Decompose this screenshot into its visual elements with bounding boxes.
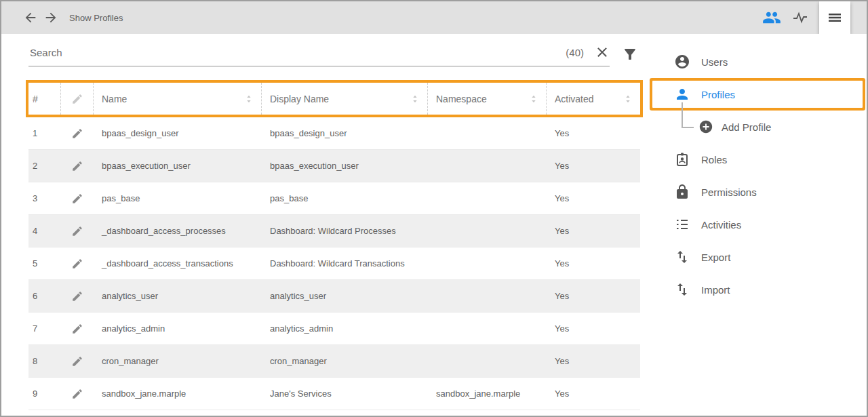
cell-activated: Yes xyxy=(547,182,640,214)
forward-button[interactable] xyxy=(42,9,60,26)
cell-display-name: Dashboard: Wildcard Processes xyxy=(262,215,428,247)
cell-activated: Yes xyxy=(547,247,640,279)
edit-icon xyxy=(71,258,83,270)
sort-icon[interactable] xyxy=(623,94,633,104)
clear-search-button[interactable] xyxy=(595,45,610,60)
edit-row-button[interactable] xyxy=(71,160,83,172)
cell-activated: Yes xyxy=(547,280,640,312)
cell-display-name: Dashboard: Wildcard Transactions xyxy=(262,247,428,279)
row-number: 7 xyxy=(28,313,61,344)
cell-activated: Yes xyxy=(547,215,640,247)
edit-icon xyxy=(71,193,83,205)
sidebar-item-export[interactable]: Export xyxy=(650,241,867,273)
table-row[interactable]: 7 analytics_admin analytics_admin Yes xyxy=(28,313,640,345)
cell-namespace xyxy=(428,117,547,149)
column-header-display-name[interactable]: Display Name xyxy=(262,83,428,115)
sort-icon[interactable] xyxy=(243,94,254,104)
users-group-button[interactable] xyxy=(762,8,781,27)
cell-name: pas_base xyxy=(94,182,262,214)
cell-display-name: analytics_admin xyxy=(262,313,428,344)
column-header-number: # xyxy=(28,83,61,115)
cell-name: _dashboard_access_transactions xyxy=(94,247,262,279)
row-edit-cell xyxy=(61,280,94,312)
edit-row-button[interactable] xyxy=(71,225,83,237)
table-row[interactable]: 5 _dashboard_access_transactions Dashboa… xyxy=(28,247,640,280)
cell-namespace xyxy=(428,182,547,214)
badge-icon xyxy=(674,151,690,167)
filter-button[interactable] xyxy=(622,46,638,62)
back-button[interactable] xyxy=(22,9,39,26)
row-number: 6 xyxy=(28,280,61,312)
table-row[interactable]: 4 _dashboard_access_processes Dashboard:… xyxy=(28,215,640,247)
cell-namespace xyxy=(428,313,547,344)
menu-button[interactable] xyxy=(819,1,850,34)
table-row[interactable]: 1 bpaas_design_user bpaas_design_user Ye… xyxy=(28,117,640,150)
cell-display-name: bpaas_design_user xyxy=(262,117,428,149)
cell-name: bpaas_execution_user xyxy=(94,150,262,182)
table-row[interactable]: 8 cron_manager cron_manager Yes xyxy=(28,345,640,378)
import-export-icon xyxy=(674,281,690,298)
sort-icon[interactable] xyxy=(410,94,420,104)
close-icon xyxy=(595,45,610,60)
sidebar-item-import[interactable]: Import xyxy=(650,273,867,306)
sidebar-item-add-profile[interactable]: Add Profile xyxy=(650,111,867,143)
sidebar-item-permissions[interactable]: Permissions xyxy=(650,176,867,208)
cell-name: _dashboard_access_processes xyxy=(94,215,262,247)
sidebar-item-users[interactable]: Users xyxy=(650,45,867,78)
add-circle-icon xyxy=(698,119,713,134)
cell-name: bpaas_design_user xyxy=(94,117,262,149)
cell-activated: Yes xyxy=(547,378,640,410)
row-edit-cell xyxy=(61,378,94,410)
edit-row-button[interactable] xyxy=(71,323,83,335)
cell-activated: Yes xyxy=(547,150,640,182)
cell-namespace xyxy=(428,150,547,182)
cell-namespace xyxy=(428,247,547,279)
sidebar-item-label: Users xyxy=(701,56,728,68)
cell-name: analytics_admin xyxy=(94,313,262,344)
sidebar-item-label: Permissions xyxy=(701,186,757,198)
cell-activated: Yes xyxy=(547,117,640,149)
app-window: Show Profiles xyxy=(0,0,868,417)
table-row[interactable]: 6 analytics_user analytics_user Yes xyxy=(28,280,640,313)
edit-row-button[interactable] xyxy=(71,355,83,368)
account-circle-icon xyxy=(674,54,690,70)
topbar-actions xyxy=(762,1,867,34)
lock-icon xyxy=(674,184,690,200)
row-edit-cell xyxy=(61,182,94,214)
arrow-back-icon xyxy=(23,10,38,25)
table-row[interactable]: 9 sandbox_jane.marple Jane's Services sa… xyxy=(28,378,640,410)
sidebar-item-label: Export xyxy=(701,252,730,263)
table-body: 1 bpaas_design_user bpaas_design_user Ye… xyxy=(28,117,640,410)
edit-icon xyxy=(71,127,83,140)
column-header-namespace[interactable]: Namespace xyxy=(428,83,547,115)
column-header-activated[interactable]: Activated xyxy=(547,83,640,115)
edit-row-button[interactable] xyxy=(71,388,83,400)
edit-row-button[interactable] xyxy=(71,290,83,302)
column-header-name[interactable]: Name xyxy=(94,83,262,115)
cell-name: analytics_user xyxy=(94,280,262,312)
sidebar-item-activities[interactable]: Activities xyxy=(650,208,867,241)
filter-icon xyxy=(622,46,638,62)
arrow-forward-icon xyxy=(43,10,58,25)
row-number: 5 xyxy=(28,247,61,279)
edit-row-button[interactable] xyxy=(71,127,83,140)
edit-icon xyxy=(71,290,83,302)
edit-row-button[interactable] xyxy=(71,193,83,205)
sidebar-item-label: Add Profile xyxy=(722,121,771,133)
sidebar-item-roles[interactable]: Roles xyxy=(650,143,867,176)
cell-activated: Yes xyxy=(547,313,640,344)
cell-namespace xyxy=(428,215,547,247)
profiles-main: (40) # xyxy=(1,34,650,416)
table-row[interactable]: 3 pas_base pas_base Yes xyxy=(28,182,640,215)
cell-display-name: bpaas_execution_user xyxy=(262,150,428,182)
edit-icon xyxy=(71,160,83,172)
edit-row-button[interactable] xyxy=(71,258,83,270)
sort-icon[interactable] xyxy=(528,94,539,104)
activity-monitor-button[interactable] xyxy=(792,9,808,26)
search-input[interactable] xyxy=(28,46,566,59)
row-number: 8 xyxy=(28,345,61,377)
table-row[interactable]: 2 bpaas_execution_user bpaas_execution_u… xyxy=(28,150,640,182)
cell-namespace xyxy=(428,345,547,377)
column-header-label: Display Name xyxy=(270,94,329,104)
row-edit-cell xyxy=(61,247,94,279)
